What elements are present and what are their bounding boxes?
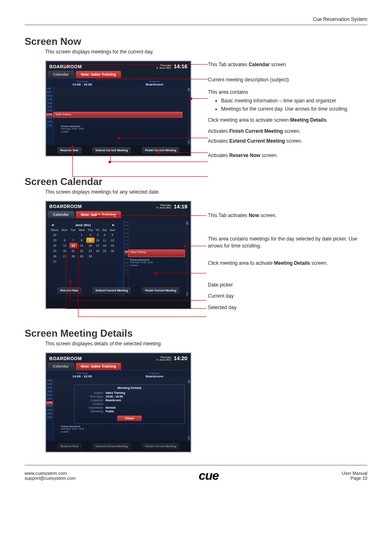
date-cell[interactable]: 11 bbox=[101, 238, 108, 243]
tab-now[interactable]: Now: Sales Training bbox=[76, 363, 122, 370]
page-footer: www.cuesystem.com support@cuesystem.com … bbox=[25, 465, 367, 483]
date-cell[interactable]: 24 bbox=[95, 248, 101, 254]
footer-page: Page 10 bbox=[342, 476, 367, 481]
date-cell[interactable] bbox=[69, 232, 77, 238]
date-cell[interactable]: 4 bbox=[101, 232, 108, 238]
date-cell[interactable] bbox=[86, 259, 95, 264]
time-ruler: 8:009:0010:0011:0012:0013:0014:00 14:00 … bbox=[46, 87, 53, 145]
date-cell[interactable]: 27 bbox=[49, 259, 60, 264]
date-cell[interactable]: 21 bbox=[69, 248, 77, 254]
date-cell[interactable]: 22 bbox=[49, 232, 60, 238]
anno-finish: Activates Finish Current Meeting screen. bbox=[208, 128, 367, 135]
room-title: BOARDROOM bbox=[49, 356, 157, 361]
close-button[interactable]: Close bbox=[117, 416, 142, 421]
timeline-scrollbar[interactable] bbox=[186, 221, 188, 297]
meeting-block[interactable]: Sales Training bbox=[128, 250, 185, 257]
tab-calendar[interactable]: Calendar bbox=[48, 363, 74, 370]
screenshot-meeting-details: BOARDROOM Thursday9. June 2011 14:20 Cal… bbox=[45, 352, 191, 453]
date-cell[interactable] bbox=[95, 254, 101, 259]
detail-value: Normal bbox=[106, 406, 115, 409]
date-cell[interactable]: 23 bbox=[86, 248, 95, 254]
date-cell[interactable]: 1 bbox=[77, 232, 86, 238]
date-cell[interactable]: 23 bbox=[49, 238, 60, 243]
date-cell[interactable]: 8 bbox=[77, 238, 86, 243]
date-cell[interactable]: 30 bbox=[86, 254, 95, 259]
anno-subject: Current meeting description (subject) bbox=[208, 76, 367, 83]
modal-title: Meeting Details bbox=[74, 385, 184, 391]
meeting-block[interactable]: Sales Training bbox=[53, 112, 182, 118]
meeting-block-title: Sales Training bbox=[55, 113, 71, 116]
organizer-value: Boardroom bbox=[118, 375, 191, 378]
page-header: Cue Reservation System bbox=[25, 16, 367, 25]
heading-meeting-details: Screen Meeting Details bbox=[25, 328, 367, 339]
date-cell[interactable] bbox=[108, 254, 117, 259]
date-cell[interactable]: 26 bbox=[108, 248, 117, 254]
date-cell[interactable]: 25 bbox=[49, 248, 60, 254]
header-date: Thursday9. June 2011 bbox=[157, 64, 171, 69]
date-cell[interactable]: 6 bbox=[60, 238, 69, 243]
tab-calendar[interactable]: Calendar bbox=[48, 211, 74, 218]
time-ruler: 10:0011:0012:0013:0013:3014:00 14:00 15:… bbox=[46, 379, 53, 441]
date-cell[interactable]: 10 bbox=[95, 238, 101, 243]
time-ruler-left bbox=[118, 221, 124, 297]
anno-reserve: Activates Reserve Now screen. bbox=[208, 152, 367, 159]
date-cell[interactable] bbox=[95, 259, 101, 264]
extend-meeting-button[interactable]: Extend Current Meeting bbox=[92, 147, 131, 153]
date-cell[interactable]: 9 bbox=[86, 238, 95, 243]
anno-meeting-details: Click meeting area to activate screen Me… bbox=[208, 117, 367, 124]
date-cell[interactable]: 3 bbox=[95, 232, 101, 238]
detail-label: Organizer bbox=[78, 399, 106, 402]
footer-url: www.cuesystem.com bbox=[25, 471, 76, 476]
screenshot-now: BOARDROOM Thursday9. June 2011 14:16 Cal… bbox=[45, 60, 191, 157]
date-cell[interactable]: 25 bbox=[101, 248, 108, 254]
date-cell[interactable]: 19 bbox=[108, 243, 117, 248]
header-clock: 14:19 bbox=[174, 204, 187, 210]
anno-cal-area: This area contains meetings for the day … bbox=[208, 236, 367, 250]
extend-meeting-button: Extend Current Meeting bbox=[92, 443, 131, 449]
meeting-area[interactable]: Sales Training Finance department Time S… bbox=[53, 87, 191, 145]
date-cell[interactable] bbox=[108, 259, 117, 264]
date-cell[interactable]: 12 bbox=[108, 238, 117, 243]
header-date: Thursday9. June 2011 bbox=[157, 356, 171, 361]
date-cell[interactable] bbox=[60, 232, 69, 238]
timeline-scrollbar[interactable] bbox=[188, 87, 190, 145]
date-cell[interactable]: 24 bbox=[49, 243, 60, 248]
date-cell[interactable]: 7 bbox=[69, 238, 77, 243]
meeting-details-modal: Meeting Details SubjectSales TrainingTim… bbox=[74, 384, 185, 424]
date-cell[interactable]: 26 bbox=[49, 254, 60, 259]
date-cell[interactable]: 16 bbox=[86, 243, 95, 248]
date-cell[interactable]: 2 bbox=[86, 232, 95, 238]
cal-meeting-area[interactable]: Sales Training Finance department Time S… bbox=[128, 221, 189, 297]
prev-month-icon[interactable]: ◄ bbox=[51, 223, 54, 227]
anno-area: This area contains Basic meeting informa… bbox=[208, 89, 367, 113]
date-cell[interactable] bbox=[101, 254, 108, 259]
date-cell[interactable]: 20 bbox=[60, 248, 69, 254]
detail-value: 14:00 - 16:00 bbox=[106, 395, 123, 398]
date-cell[interactable]: 13 bbox=[60, 243, 69, 248]
date-cell[interactable]: 5 bbox=[108, 232, 117, 238]
date-picker[interactable]: ◄ June 2011 ► WeekMonTueWedThuFriSatSun2… bbox=[48, 221, 118, 297]
tab-now[interactable]: Now: Sales Training bbox=[76, 71, 122, 78]
anno-datepicker: Date picker bbox=[208, 282, 367, 289]
extend-meeting-button[interactable]: Extend Current Meeting bbox=[92, 287, 131, 294]
anno-currentday: Current day bbox=[208, 293, 367, 300]
date-cell[interactable]: 14 bbox=[69, 243, 77, 248]
next-month-icon[interactable]: ► bbox=[112, 223, 115, 227]
date-cell[interactable] bbox=[69, 259, 77, 264]
date-cell[interactable]: 28 bbox=[69, 254, 77, 259]
date-cell[interactable]: 18 bbox=[101, 243, 108, 248]
timeline-scrollbar[interactable] bbox=[188, 379, 190, 441]
heading-screen-calendar: Screen Calendar bbox=[25, 176, 367, 187]
footer-email: support@cuesystem.com bbox=[25, 476, 76, 481]
detail-label: Location bbox=[78, 402, 106, 405]
detail-value: Public bbox=[106, 410, 114, 413]
date-cell[interactable] bbox=[60, 259, 69, 264]
organizer-value: Boardroom bbox=[118, 83, 191, 86]
finish-meeting-button[interactable]: Finish Current Meeting bbox=[142, 287, 179, 294]
reserve-now-button[interactable]: Reserve Now bbox=[58, 147, 81, 153]
anno-selectedday: Selected day bbox=[208, 304, 367, 311]
date-cell[interactable]: 17 bbox=[95, 243, 101, 248]
screenshot-calendar: BOARDROOM Thursday9. June 2011 14:19 Cal… bbox=[45, 201, 191, 309]
tab-calendar[interactable]: Calendar bbox=[48, 71, 74, 78]
date-cell[interactable] bbox=[101, 259, 108, 264]
